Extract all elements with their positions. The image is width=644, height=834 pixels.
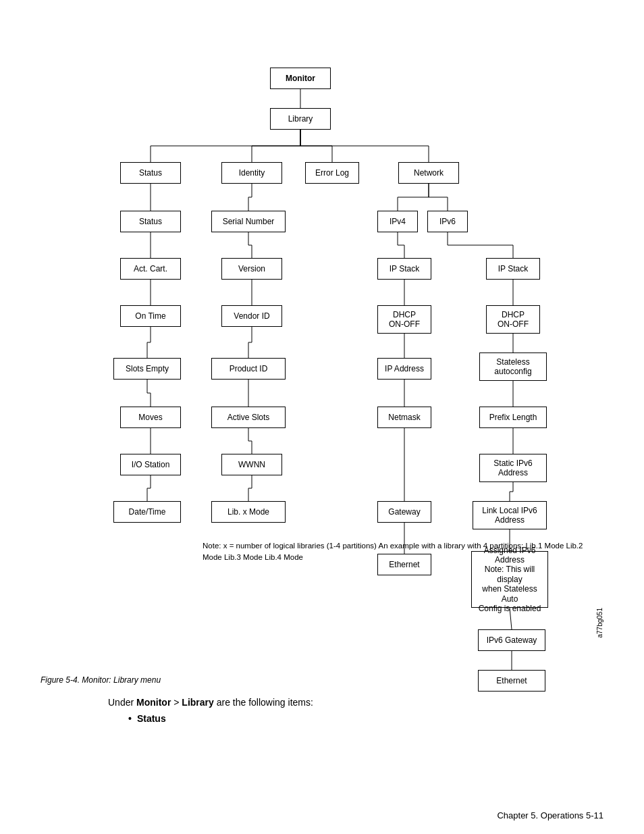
node-ethernet_r: Ethernet [478,670,545,692]
node-ipv6gateway: IPv6 Gateway [478,629,545,651]
node-wwnn: WWNN [221,454,282,475]
node-library: Library [270,108,331,130]
node-datetime: Date/Time [113,501,181,523]
monitor-bold: Monitor [136,697,171,708]
node-status_l1: Status [120,162,181,184]
node-moves: Moves [120,407,181,428]
node-identity: Identity [221,162,282,184]
node-stateless: Stateless autoconfig [479,353,547,381]
bullet-item-status: • Status [128,713,603,724]
diagram-area: MonitorLibraryStatusIdentityError LogNet… [41,27,603,669]
node-vendorid: Vendor ID [221,305,282,327]
node-errorlog: Error Log [305,162,359,184]
node-ipaddress: IP Address [377,358,431,380]
node-status_l2: Status [120,211,181,232]
node-gateway: Gateway [377,501,431,523]
node-serialnum: Serial Number [211,211,286,232]
node-network: Network [398,162,459,184]
node-activeslots: Active Slots [211,407,286,428]
node-actcart: Act. Cart. [120,258,181,280]
node-netmask: Netmask [377,407,431,428]
page: MonitorLibraryStatusIdentityError LogNet… [0,0,644,751]
note-text: Note: x = number of logical libraries (1… [203,540,603,564]
node-ipstack_r: IP Stack [486,258,540,280]
sideways-label: a77bg051 [596,608,603,638]
footer: Chapter 5. Operations 5-11 [497,810,603,820]
bullet-dot: • [128,713,132,724]
node-linklocalipv6: Link Local IPv6 Address [473,501,547,529]
library-bold: Library [182,697,213,708]
node-ipv4: IPv4 [377,211,418,232]
node-slotsempty: Slots Empty [113,358,181,380]
node-iostation: I/O Station [120,454,181,475]
node-ipstack_l: IP Stack [377,258,431,280]
node-productid: Product ID [211,358,286,380]
node-monitor: Monitor [270,68,331,89]
node-staticipv6: Static IPv6 Address [479,454,547,482]
node-dhcp_l: DHCP ON-OFF [377,305,431,334]
node-prefixlen: Prefix Length [479,407,547,428]
node-ipv6: IPv6 [427,211,468,232]
node-libxmode: Lib. x Mode [211,501,286,523]
node-ontime: On Time [120,305,181,327]
body-text: Under Monitor > Library are the followin… [108,697,603,708]
bullet-status: Status [137,713,166,724]
node-dhcp_r: DHCP ON-OFF [486,305,540,334]
node-version: Version [221,258,282,280]
